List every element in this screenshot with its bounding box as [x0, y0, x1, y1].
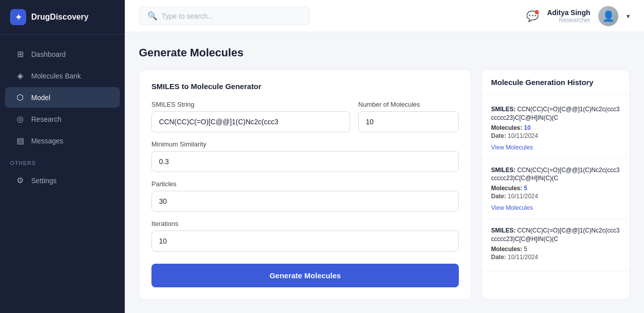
- chevron-down-icon[interactable]: ▾: [626, 12, 630, 20]
- history-item: SMILES: CCN(CC)C(=O)[C@@]1(C)Nc2c(ccc3cc…: [482, 159, 629, 220]
- particles-input[interactable]: [151, 191, 459, 212]
- similarity-label: Minimum Similarity: [151, 140, 459, 148]
- history-item: SMILES: CCN(CC)C(=O)[C@@]1(C)Nc2c(ccc3cc…: [482, 219, 629, 271]
- smiles-molecules-row: SMILES String Number of Molecules: [151, 101, 459, 132]
- page-title: Generate Molecules: [139, 46, 630, 59]
- similarity-group: Minimum Similarity: [151, 140, 459, 172]
- particles-group: Particles: [151, 180, 459, 212]
- model-icon: ⬡: [15, 93, 25, 102]
- history-item: SMILES: CCN(CC)C(=O)[C@@]1(C)Nc2c(ccc3cc…: [482, 98, 629, 159]
- generate-button[interactable]: Generate Molecules: [151, 264, 459, 287]
- smiles-group: SMILES String: [151, 101, 350, 132]
- sidebar-item-molecules-bank[interactable]: ◈ Molecules Bank: [5, 65, 120, 86]
- history-smiles-1: SMILES: CCN(CC)C(=O)[C@@]1(C)Nc2c(ccc3cc…: [491, 166, 620, 183]
- generator-card: SMILES to Molecule Generator SMILES Stri…: [139, 69, 471, 300]
- header: 🔍 💬 Aditya Singh Researcher 👤 ▾: [125, 0, 644, 32]
- history-smiles-2: SMILES: CCN(CC)C(=O)[C@@]1(C)Nc2c(ccc3cc…: [491, 226, 620, 244]
- sidebar-item-settings[interactable]: ⚙ Settings: [5, 170, 120, 191]
- iterations-label: Iterations: [151, 220, 459, 227]
- sidebar-item-model[interactable]: ⬡ Model: [5, 87, 120, 108]
- history-smiles-0: SMILES: CCN(CC)C(=O)[C@@]1(C)Nc2c(ccc3cc…: [491, 105, 620, 122]
- molecules-bank-icon: ◈: [15, 71, 25, 81]
- sidebar-item-research[interactable]: ◎ Research: [5, 109, 120, 129]
- sidebar-item-label: Settings: [31, 177, 57, 185]
- history-date-0: Date: 10/11/2024: [491, 132, 620, 139]
- sidebar-item-label: Dashboard: [31, 50, 66, 58]
- molecules-input[interactable]: [358, 111, 459, 132]
- logo-icon: ✦: [10, 9, 26, 25]
- history-date-2: Date: 10/11/2024: [491, 254, 620, 261]
- molecules-group: Number of Molecules: [358, 101, 459, 132]
- page-body: Generate Molecules SMILES to Molecule Ge…: [125, 32, 644, 313]
- history-molecules-value-1: 5: [524, 185, 527, 192]
- history-date-1: Date: 10/11/2024: [491, 193, 620, 200]
- sidebar-item-label: Molecules Bank: [31, 72, 81, 80]
- smiles-label: SMILES String: [151, 101, 350, 108]
- sidebar-item-label: Model: [31, 94, 50, 102]
- iterations-group: Iterations: [151, 220, 459, 252]
- research-icon: ◎: [15, 114, 25, 124]
- search-bar[interactable]: 🔍: [139, 7, 310, 25]
- sidebar-item-label: Research: [31, 115, 61, 123]
- app-logo: ✦ DrugDiscovery: [0, 0, 125, 35]
- main-content: 🔍 💬 Aditya Singh Researcher 👤 ▾ Generate…: [125, 0, 644, 313]
- card-title: SMILES to Molecule Generator: [151, 82, 459, 91]
- iterations-input[interactable]: [151, 230, 459, 252]
- user-role: Researcher: [547, 17, 590, 24]
- notification-button[interactable]: 💬: [526, 10, 539, 22]
- smiles-input[interactable]: [151, 111, 350, 132]
- sidebar-section-others: OTHERS: [0, 152, 125, 169]
- search-input[interactable]: [162, 12, 301, 20]
- molecules-label: Number of Molecules: [358, 101, 459, 108]
- sidebar: ✦ DrugDiscovery ⊞ Dashboard ◈ Molecules …: [0, 0, 125, 313]
- avatar: 👤: [598, 6, 618, 26]
- sidebar-nav: ⊞ Dashboard ◈ Molecules Bank ⬡ Model ◎ R…: [0, 35, 125, 313]
- notification-dot: [535, 10, 539, 14]
- history-panel: Molecule Generation History SMILES: CCN(…: [481, 69, 630, 300]
- content-row: SMILES to Molecule Generator SMILES Stri…: [139, 69, 630, 300]
- user-info: Aditya Singh Researcher: [547, 9, 590, 24]
- particles-label: Particles: [151, 180, 459, 188]
- app-name: DrugDiscovery: [31, 13, 89, 22]
- sidebar-item-messages[interactable]: ▤ Messages: [5, 130, 120, 151]
- history-header: Molecule Generation History: [482, 70, 629, 95]
- history-molecules-0: Molecules: 10: [491, 124, 620, 131]
- history-list: SMILES: CCN(CC)C(=O)[C@@]1(C)Nc2c(ccc3cc…: [482, 95, 629, 299]
- settings-icon: ⚙: [15, 176, 25, 185]
- search-icon: 🔍: [147, 11, 157, 21]
- similarity-input[interactable]: [151, 151, 459, 172]
- user-name: Aditya Singh: [547, 9, 590, 17]
- sidebar-item-dashboard[interactable]: ⊞ Dashboard: [5, 44, 120, 64]
- view-molecules-link-1[interactable]: View Molecules: [491, 204, 533, 211]
- history-molecules-value-2: 5: [524, 246, 527, 253]
- header-right: 💬 Aditya Singh Researcher 👤 ▾: [526, 6, 630, 26]
- history-molecules-value-0: 10: [524, 124, 530, 131]
- view-molecules-link-0[interactable]: View Molecules: [491, 144, 533, 151]
- messages-icon: ▤: [15, 136, 25, 145]
- history-molecules-2: Molecules: 5: [491, 246, 620, 253]
- history-molecules-1: Molecules: 5: [491, 185, 620, 192]
- sidebar-item-label: Messages: [31, 137, 63, 145]
- dashboard-icon: ⊞: [15, 49, 25, 59]
